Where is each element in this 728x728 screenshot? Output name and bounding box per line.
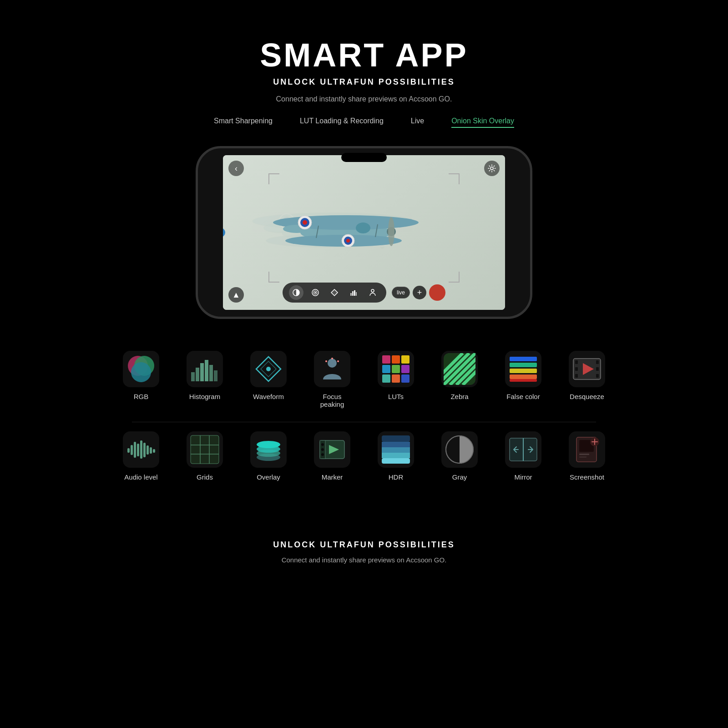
tab-lut-loading[interactable]: LUT Loading & Recording xyxy=(300,117,384,128)
svg-rect-92 xyxy=(150,447,152,454)
svg-point-102 xyxy=(257,441,280,448)
feature-label-histogram: Histogram xyxy=(189,393,220,400)
feature-desqueeze[interactable]: Desqueeze xyxy=(569,351,605,408)
focus-peaking-icon xyxy=(316,353,348,385)
feature-screenshot[interactable]: Screenshot xyxy=(569,431,605,481)
feature-grids[interactable]: Grids xyxy=(187,431,223,481)
feature-marker[interactable]: Marker xyxy=(314,431,350,481)
corner-bl xyxy=(268,272,279,283)
svg-rect-83 xyxy=(596,374,599,378)
svg-rect-112 xyxy=(382,447,410,453)
dynamic-island xyxy=(341,153,387,162)
feature-label-grids: Grids xyxy=(197,473,213,481)
screen-settings-button[interactable] xyxy=(484,161,500,176)
svg-point-37 xyxy=(371,289,374,292)
feature-waveform[interactable]: Waveform xyxy=(250,351,287,408)
marker-icon-wrap xyxy=(314,431,350,468)
screen-bottom-bar: live + xyxy=(283,283,445,303)
svg-rect-71 xyxy=(510,357,537,361)
feature-label-marker: Marker xyxy=(322,473,343,481)
svg-rect-82 xyxy=(596,367,599,371)
page-footer: UNLOCK ULTRAFUN POSSIBILITIES Connect an… xyxy=(0,513,728,582)
iris-control[interactable] xyxy=(308,285,323,300)
svg-point-40 xyxy=(131,362,151,382)
feature-hdr[interactable]: HDR xyxy=(378,431,414,481)
feature-label-zebra: Zebra xyxy=(450,393,468,400)
footer-title: UNLOCK ULTRAFUN POSSIBILITIES xyxy=(9,540,719,550)
luts-icon xyxy=(380,353,412,385)
mirror-icon-wrap xyxy=(505,431,541,468)
svg-rect-94 xyxy=(191,435,219,464)
feature-gray[interactable]: Gray xyxy=(441,431,478,481)
luts-icon-wrap xyxy=(378,351,414,387)
svg-rect-56 xyxy=(401,355,410,364)
svg-rect-60 xyxy=(382,374,390,383)
tab-smart-sharpening[interactable]: Smart Sharpening xyxy=(214,117,273,128)
svg-rect-42 xyxy=(196,368,199,381)
gray-icon-wrap xyxy=(441,431,478,468)
diamond-control[interactable] xyxy=(327,285,342,300)
feature-luts[interactable]: LUTs xyxy=(378,351,414,408)
svg-rect-33 xyxy=(350,293,352,296)
person-control[interactable] xyxy=(365,285,380,300)
overlay-icon-wrap xyxy=(250,431,287,468)
histogram-control[interactable] xyxy=(346,285,361,300)
feature-overlay[interactable]: Overlay xyxy=(250,431,287,481)
feature-falsecolor[interactable]: False color xyxy=(505,351,541,408)
contrast-control[interactable] xyxy=(289,285,303,300)
focus-frame xyxy=(268,173,460,283)
phone-section: ‹ ▲ xyxy=(0,146,728,319)
svg-rect-88 xyxy=(137,444,139,456)
app-title: SMART APP xyxy=(9,36,719,74)
zebra-icon xyxy=(444,353,475,385)
airplane-background: ‹ ▲ xyxy=(223,155,505,310)
svg-point-107 xyxy=(321,448,324,451)
record-button[interactable] xyxy=(429,284,445,301)
rgb-icon-wrap xyxy=(123,351,159,387)
svg-rect-111 xyxy=(382,442,410,447)
svg-point-50 xyxy=(328,359,337,368)
feature-zebra[interactable]: Zebra xyxy=(441,351,478,408)
feature-histogram[interactable]: Histogram xyxy=(187,351,223,408)
svg-point-52 xyxy=(337,360,339,362)
screenshot-icon xyxy=(571,434,603,465)
feature-rgb[interactable]: RGB xyxy=(123,351,159,408)
svg-rect-34 xyxy=(352,291,354,296)
svg-rect-44 xyxy=(205,360,208,381)
feature-audiolevel[interactable]: Audio level xyxy=(123,431,159,481)
corner-br xyxy=(449,272,460,283)
svg-rect-85 xyxy=(127,448,130,453)
footer-description: Connect and instantly share previews on … xyxy=(9,556,719,564)
mirror-icon xyxy=(507,434,539,465)
svg-rect-59 xyxy=(401,365,410,373)
phone-screen: ‹ ▲ xyxy=(223,155,505,310)
false-color-icon xyxy=(507,353,539,385)
feature-label-hdr: HDR xyxy=(389,473,404,481)
gray-icon xyxy=(444,434,475,465)
audio-level-icon xyxy=(125,434,157,465)
svg-rect-91 xyxy=(147,445,149,455)
svg-rect-110 xyxy=(382,435,410,442)
histogram-icon-wrap xyxy=(187,351,223,387)
corner-tr xyxy=(449,173,460,184)
svg-rect-61 xyxy=(392,374,400,383)
screenshot-icon-wrap xyxy=(569,431,605,468)
tab-live[interactable]: Live xyxy=(411,117,424,128)
svg-point-53 xyxy=(331,358,333,359)
waveform-icon-wrap xyxy=(250,351,287,387)
svg-point-31 xyxy=(314,292,316,293)
live-badge[interactable]: live xyxy=(392,287,410,298)
tab-onion-skin[interactable]: Onion Skin Overlay xyxy=(451,117,514,128)
screen-up-button[interactable]: ▲ xyxy=(228,287,244,303)
corner-tl xyxy=(268,173,279,184)
feature-label-falsecolor: False color xyxy=(506,393,540,400)
grids-icon-wrap xyxy=(187,431,223,468)
feature-mirror[interactable]: Mirror xyxy=(505,431,541,481)
svg-rect-55 xyxy=(392,355,400,364)
grids-icon xyxy=(189,434,221,465)
feature-focus[interactable]: Focus peaking xyxy=(314,351,350,408)
desqueeze-icon xyxy=(571,353,603,385)
screen-back-button[interactable]: ‹ xyxy=(228,161,244,176)
plus-button[interactable]: + xyxy=(413,286,426,299)
app-subtitle: UNLOCK ULTRAFUN POSSIBILITIES xyxy=(9,77,719,87)
